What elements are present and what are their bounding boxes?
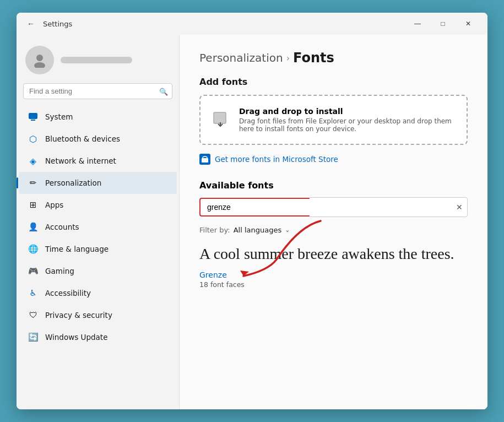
maximize-button[interactable]: □ xyxy=(430,15,456,33)
sidebar-item-personalization-label: Personalization xyxy=(45,178,101,187)
store-link[interactable]: Get more fonts in Microsoft Store xyxy=(199,154,468,165)
drop-icon xyxy=(212,108,231,132)
main-content: 🔍 System ⬡ Bluetooth & devices ◈ Network… xyxy=(17,35,487,409)
sidebar-item-gaming-label: Gaming xyxy=(45,267,74,275)
svg-point-0 xyxy=(36,55,43,61)
sidebar-item-update-label: Windows Update xyxy=(45,333,107,342)
sidebar-item-privacy-label: Privacy & security xyxy=(45,311,112,320)
font-clear-button[interactable]: ✕ xyxy=(456,203,463,212)
sidebar-item-time[interactable]: 🌐 Time & language xyxy=(19,238,177,260)
breadcrumb-parent: Personalization xyxy=(199,51,283,64)
back-button[interactable]: ← xyxy=(23,16,39,31)
sidebar-item-privacy[interactable]: 🛡 Privacy & security xyxy=(19,304,177,326)
sidebar-item-accounts-label: Accounts xyxy=(45,223,79,231)
breadcrumb-current: Fonts xyxy=(293,50,334,66)
drop-subtitle: Drag font files from File Explorer or yo… xyxy=(239,117,456,133)
sidebar-item-apps-label: Apps xyxy=(45,201,63,209)
window-controls: — □ ✕ xyxy=(405,15,481,33)
sidebar-item-personalization[interactable]: ✏️ Personalization xyxy=(19,172,177,194)
minimize-button[interactable]: — xyxy=(405,15,430,33)
accounts-icon: 👤 xyxy=(28,221,39,232)
sidebar-item-network[interactable]: ◈ Network & internet xyxy=(19,150,177,172)
font-search-input[interactable] xyxy=(199,198,310,217)
sidebar-item-time-label: Time & language xyxy=(45,245,109,253)
gaming-icon: 🎮 xyxy=(28,266,39,277)
red-arrow-annotation xyxy=(232,215,332,282)
breadcrumb-separator: › xyxy=(286,53,290,63)
font-name-link[interactable]: Grenze xyxy=(199,270,227,279)
sidebar-item-accessibility[interactable]: ♿ Accessibility xyxy=(19,282,177,304)
sidebar-item-system-label: System xyxy=(45,112,73,121)
network-icon: ◈ xyxy=(28,155,39,166)
sidebar-item-apps[interactable]: ⊞ Apps xyxy=(19,194,177,216)
store-link-text: Get more fonts in Microsoft Store xyxy=(215,155,338,164)
store-icon xyxy=(199,154,210,165)
font-faces-count: 18 font faces xyxy=(199,280,468,289)
svg-rect-5 xyxy=(202,158,208,163)
titlebar: ← Settings — □ ✕ xyxy=(17,13,487,35)
personalization-icon: ✏️ xyxy=(28,177,39,188)
sidebar-item-update[interactable]: 🔄 Windows Update xyxy=(19,326,177,348)
privacy-icon: 🛡 xyxy=(28,310,39,321)
font-preview: A cool summer breeze awakens the trees. … xyxy=(199,244,468,289)
close-button[interactable]: ✕ xyxy=(456,15,481,33)
available-fonts-title: Available fonts xyxy=(199,180,468,191)
apps-icon: ⊞ xyxy=(28,199,39,210)
sidebar-item-bluetooth[interactable]: ⬡ Bluetooth & devices xyxy=(19,128,177,150)
svg-rect-4 xyxy=(214,112,226,123)
filter-label: Filter by: xyxy=(199,226,230,234)
system-icon xyxy=(28,111,39,122)
search-box: 🔍 xyxy=(23,83,172,99)
time-icon: 🌐 xyxy=(28,244,39,255)
svg-rect-3 xyxy=(31,120,35,121)
font-search-container: ✕ xyxy=(199,197,468,217)
search-icon[interactable]: 🔍 xyxy=(159,87,168,95)
bluetooth-icon: ⬡ xyxy=(28,133,39,144)
svg-rect-2 xyxy=(29,113,37,119)
sidebar: 🔍 System ⬡ Bluetooth & devices ◈ Network… xyxy=(17,35,179,409)
window-title: Settings xyxy=(43,20,405,28)
user-section xyxy=(17,41,179,83)
drop-zone[interactable]: Drag and drop to install Drag font files… xyxy=(199,95,468,145)
sidebar-item-bluetooth-label: Bluetooth & devices xyxy=(45,134,120,143)
sidebar-item-system[interactable]: System xyxy=(19,106,177,128)
avatar xyxy=(25,46,54,74)
drop-text-container: Drag and drop to install Drag font files… xyxy=(239,107,456,133)
search-input[interactable] xyxy=(23,83,172,99)
main-panel: Personalization › Fonts Add fonts Drag a… xyxy=(179,35,487,409)
font-search-right: ✕ xyxy=(310,197,468,217)
settings-window: ← Settings — □ ✕ 🔍 xyxy=(17,13,487,409)
sidebar-item-accessibility-label: Accessibility xyxy=(45,289,91,297)
username-placeholder xyxy=(61,57,132,63)
accessibility-icon: ♿ xyxy=(28,288,39,299)
add-fonts-title: Add fonts xyxy=(199,77,468,87)
sidebar-item-gaming[interactable]: 🎮 Gaming xyxy=(19,260,177,282)
sidebar-item-accounts[interactable]: 👤 Accounts xyxy=(19,216,177,238)
breadcrumb: Personalization › Fonts xyxy=(199,50,468,66)
sidebar-item-network-label: Network & internet xyxy=(45,156,116,165)
svg-point-1 xyxy=(34,62,45,68)
update-icon: 🔄 xyxy=(28,332,39,343)
drop-title: Drag and drop to install xyxy=(239,107,456,116)
